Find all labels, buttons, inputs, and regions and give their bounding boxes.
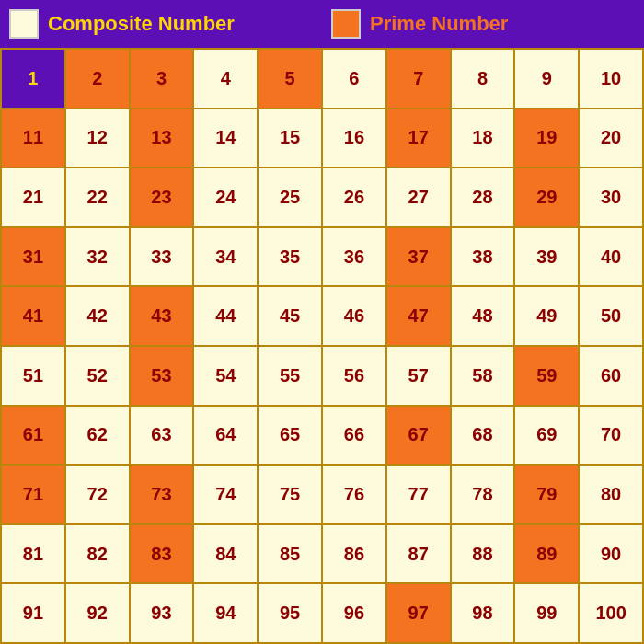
grid-cell-52: 52 (66, 347, 131, 407)
grid-cell-43: 43 (131, 287, 195, 347)
prime-legend-box (331, 9, 361, 39)
grid-cell-67: 67 (387, 407, 452, 466)
grid-cell-24: 24 (194, 168, 259, 228)
grid-cell-12: 12 (66, 109, 131, 169)
grid-cell-93: 93 (131, 584, 195, 644)
grid-cell-46: 46 (323, 287, 387, 347)
grid-cell-38: 38 (452, 228, 516, 288)
grid-cell-81: 81 (2, 525, 66, 585)
grid-cell-85: 85 (259, 525, 323, 585)
grid-cell-76: 76 (323, 466, 387, 525)
grid-cell-68: 68 (452, 407, 516, 466)
grid-cell-44: 44 (194, 287, 259, 347)
grid-cell-10: 10 (580, 50, 644, 109)
grid-cell-71: 71 (2, 466, 66, 525)
grid-cell-49: 49 (515, 287, 580, 347)
grid-cell-25: 25 (259, 168, 323, 228)
grid-cell-45: 45 (259, 287, 323, 347)
grid-cell-41: 41 (2, 287, 66, 347)
grid-cell-22: 22 (66, 168, 131, 228)
grid-cell-90: 90 (580, 525, 644, 585)
grid-cell-21: 21 (2, 168, 66, 228)
grid-cell-95: 95 (259, 584, 323, 644)
grid-cell-69: 69 (515, 407, 580, 466)
grid-cell-31: 31 (2, 228, 66, 288)
grid-cell-97: 97 (387, 584, 452, 644)
grid-cell-79: 79 (515, 466, 580, 525)
grid-cell-15: 15 (259, 109, 323, 169)
grid-cell-7: 7 (387, 50, 452, 109)
grid-cell-47: 47 (387, 287, 452, 347)
grid-cell-18: 18 (452, 109, 516, 169)
grid-cell-99: 99 (515, 584, 580, 644)
grid-cell-37: 37 (387, 228, 452, 288)
grid-cell-56: 56 (323, 347, 387, 407)
grid-cell-30: 30 (580, 168, 644, 228)
grid-cell-98: 98 (452, 584, 516, 644)
grid-cell-1: 1 (2, 50, 66, 109)
grid-cell-23: 23 (131, 168, 195, 228)
grid-cell-28: 28 (452, 168, 516, 228)
grid-cell-96: 96 (323, 584, 387, 644)
grid-cell-2: 2 (66, 50, 131, 109)
grid-cell-36: 36 (323, 228, 387, 288)
grid-cell-75: 75 (259, 466, 323, 525)
grid-cell-11: 11 (2, 109, 66, 169)
grid-cell-59: 59 (515, 347, 580, 407)
grid-cell-40: 40 (580, 228, 644, 288)
grid-cell-61: 61 (2, 407, 66, 466)
grid-cell-14: 14 (194, 109, 259, 169)
grid-cell-32: 32 (66, 228, 131, 288)
legend: Composite Number Prime Number (0, 0, 644, 48)
grid-cell-82: 82 (66, 525, 131, 585)
grid-cell-83: 83 (131, 525, 195, 585)
grid-cell-13: 13 (131, 109, 195, 169)
grid-cell-8: 8 (452, 50, 516, 109)
grid-cell-26: 26 (323, 168, 387, 228)
grid-cell-39: 39 (515, 228, 580, 288)
grid-cell-17: 17 (387, 109, 452, 169)
grid-cell-51: 51 (2, 347, 66, 407)
composite-legend-box (9, 9, 39, 39)
grid-cell-48: 48 (452, 287, 516, 347)
grid-cell-54: 54 (194, 347, 259, 407)
grid-cell-73: 73 (131, 466, 195, 525)
grid-cell-19: 19 (515, 109, 580, 169)
grid-cell-84: 84 (194, 525, 259, 585)
grid-cell-100: 100 (580, 584, 644, 644)
grid-cell-63: 63 (131, 407, 195, 466)
grid-cell-33: 33 (131, 228, 195, 288)
grid-cell-89: 89 (515, 525, 580, 585)
grid-cell-20: 20 (580, 109, 644, 169)
prime-legend: Prime Number (322, 9, 644, 39)
composite-legend-label: Composite Number (48, 12, 235, 36)
grid-cell-55: 55 (259, 347, 323, 407)
grid-cell-6: 6 (323, 50, 387, 109)
grid-cell-70: 70 (580, 407, 644, 466)
grid-cell-34: 34 (194, 228, 259, 288)
grid-cell-62: 62 (66, 407, 131, 466)
grid-cell-29: 29 (515, 168, 580, 228)
grid-cell-60: 60 (580, 347, 644, 407)
grid-cell-92: 92 (66, 584, 131, 644)
grid-cell-4: 4 (194, 50, 259, 109)
grid-cell-9: 9 (515, 50, 580, 109)
grid-cell-16: 16 (323, 109, 387, 169)
prime-legend-label: Prime Number (370, 12, 508, 36)
grid-cell-77: 77 (387, 466, 452, 525)
grid-cell-58: 58 (452, 347, 516, 407)
grid-cell-94: 94 (194, 584, 259, 644)
grid-cell-74: 74 (194, 466, 259, 525)
grid-cell-78: 78 (452, 466, 516, 525)
grid-cell-87: 87 (387, 525, 452, 585)
grid-cell-53: 53 (131, 347, 195, 407)
grid-cell-42: 42 (66, 287, 131, 347)
grid-cell-65: 65 (259, 407, 323, 466)
grid-cell-86: 86 (323, 525, 387, 585)
grid-cell-35: 35 (259, 228, 323, 288)
grid-cell-5: 5 (259, 50, 323, 109)
composite-legend: Composite Number (0, 9, 322, 39)
grid-cell-88: 88 (452, 525, 516, 585)
number-grid: 1234567891011121314151617181920212223242… (0, 48, 644, 644)
grid-cell-64: 64 (194, 407, 259, 466)
